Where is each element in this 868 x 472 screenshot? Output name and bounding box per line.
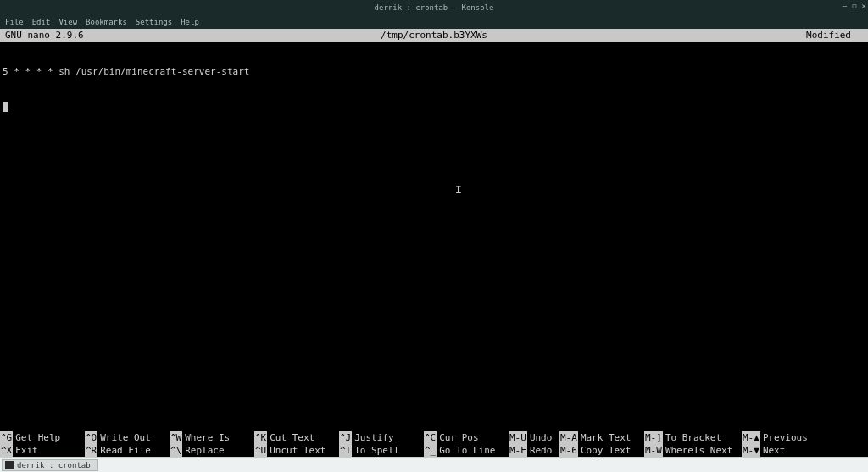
shortcut-previous[interactable]: M-▲Previous [742, 431, 826, 444]
shortcut-redo[interactable]: M-ERedo [509, 444, 559, 457]
shortcut-cur-pos[interactable]: ^CCur Pos [424, 431, 509, 444]
minimize-icon[interactable]: — [843, 2, 847, 10]
menu-settings[interactable]: Settings [136, 18, 172, 26]
terminal-icon [5, 461, 14, 469]
maximize-icon[interactable]: ◻ [852, 2, 856, 10]
cursor-icon [3, 102, 8, 112]
shortcut-write-out[interactable]: ^OWrite Out [85, 431, 170, 444]
menu-view[interactable]: View [58, 18, 77, 26]
nano-modified-status: Modified [806, 30, 851, 41]
shortcut-mark-text[interactable]: M-AMark Text [559, 431, 644, 444]
menu-bookmarks[interactable]: Bookmarks [86, 18, 127, 26]
shortcut-go-to-line[interactable]: ^_Go To Line [424, 444, 509, 457]
shortcut-row-2: ^XExit ^RRead File ^\Replace ^UUncut Tex… [0, 444, 868, 457]
shortcut-justify[interactable]: ^JJustify [339, 431, 424, 444]
menubar: File Edit View Bookmarks Settings Help [0, 15, 868, 29]
shortcut-whereis-next[interactable]: M-WWhereIs Next [644, 444, 742, 457]
close-icon[interactable]: ✕ [862, 2, 866, 10]
editor-cursor-line [3, 100, 865, 112]
nano-version: GNU nano 2.9.6 [5, 30, 84, 41]
shortcut-where-is[interactable]: ^WWhere Is [170, 431, 254, 444]
taskbar-item-crontab[interactable]: derrik : crontab [2, 459, 98, 471]
menu-edit[interactable]: Edit [32, 18, 51, 26]
shortcut-row-1: ^GGet Help ^OWrite Out ^WWhere Is ^KCut … [0, 431, 868, 444]
text-caret-icon: I [455, 183, 462, 196]
shortcut-get-help[interactable]: ^GGet Help [0, 431, 85, 444]
menu-file[interactable]: File [5, 18, 24, 26]
editor-line: 5 * * * * sh /usr/bin/minecraft-server-s… [3, 66, 865, 78]
window-title: derrik : crontab — Konsole [375, 3, 494, 12]
shortcut-undo[interactable]: M-UUndo [509, 431, 559, 444]
nano-header-bar: GNU nano 2.9.6 /tmp/crontab.b3YXWs Modif… [0, 29, 868, 42]
taskbar: derrik : crontab [0, 457, 868, 472]
shortcut-copy-text[interactable]: M-6Copy Text [559, 444, 644, 457]
taskbar-item-label: derrik : crontab [17, 461, 91, 469]
shortcut-to-spell[interactable]: ^TTo Spell [339, 444, 424, 457]
shortcut-next[interactable]: M-▼Next [742, 444, 826, 457]
shortcut-uncut-text[interactable]: ^UUncut Text [254, 444, 339, 457]
shortcut-exit[interactable]: ^XExit [0, 444, 85, 457]
window-titlebar: derrik : crontab — Konsole — ◻ ✕ [0, 0, 868, 15]
shortcut-cut-text[interactable]: ^KCut Text [254, 431, 339, 444]
menu-help[interactable]: Help [181, 18, 199, 26]
shortcut-read-file[interactable]: ^RRead File [85, 444, 170, 457]
window-controls: — ◻ ✕ [843, 2, 866, 10]
shortcut-replace[interactable]: ^\Replace [170, 444, 254, 457]
nano-shortcut-bar: ^GGet Help ^OWrite Out ^WWhere Is ^KCut … [0, 431, 868, 457]
terminal-editor-area[interactable]: 5 * * * * sh /usr/bin/minecraft-server-s… [0, 42, 868, 457]
shortcut-to-bracket[interactable]: M-]To Bracket [644, 431, 742, 444]
nano-filename: /tmp/crontab.b3YXWs [381, 30, 487, 41]
